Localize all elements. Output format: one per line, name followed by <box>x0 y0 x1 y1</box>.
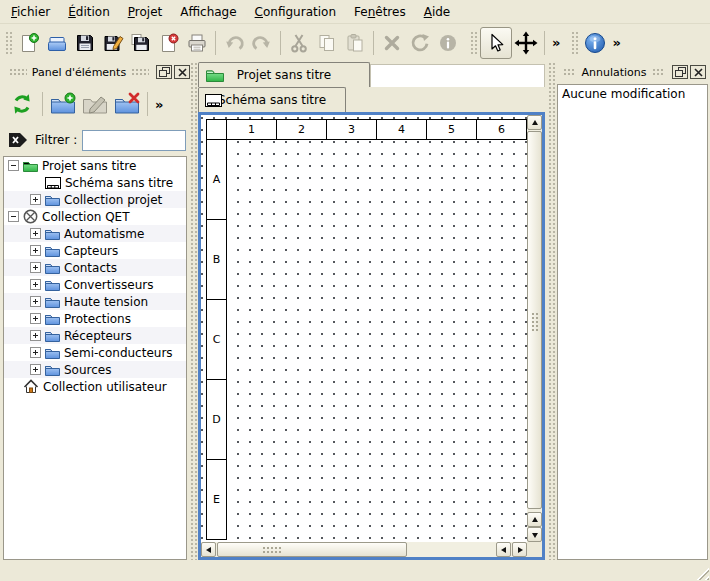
splitter-handle[interactable] <box>190 62 197 560</box>
open-file-button[interactable] <box>43 29 71 57</box>
collapse-icon[interactable] <box>8 211 19 222</box>
scroll-up-button[interactable] <box>527 512 542 527</box>
tree-item-label: Collection utilisateur <box>43 380 167 394</box>
tree-item-collection-qet[interactable]: Collection QET <box>4 208 186 225</box>
expand-icon[interactable] <box>30 194 41 205</box>
menu-fenetres[interactable]: Fenêtres <box>345 2 415 22</box>
redo-button[interactable] <box>248 29 276 57</box>
tree-item-capteurs[interactable]: Capteurs <box>4 242 186 259</box>
toolbar-drag-handle[interactable] <box>5 31 12 55</box>
properties-button[interactable] <box>434 29 462 57</box>
menu-affichage[interactable]: Affichage <box>171 2 245 22</box>
tree-item-label: Collection QET <box>42 210 130 224</box>
schema-column-headers: 1 2 3 4 5 6 <box>226 119 527 140</box>
expand-icon[interactable] <box>30 245 41 256</box>
thumb-grip <box>531 312 539 332</box>
splitter-handle[interactable] <box>548 62 555 560</box>
menu-fichier[interactable]: Fichier <box>2 2 59 22</box>
clear-filter-button[interactable] <box>8 132 28 148</box>
undo-button[interactable] <box>220 29 248 57</box>
panel-toolbar-overflow-button[interactable]: » <box>152 97 166 112</box>
home-icon <box>23 379 39 394</box>
collapse-icon[interactable] <box>8 160 19 171</box>
horizontal-scrollbar[interactable] <box>201 542 527 557</box>
edit-category-button[interactable] <box>79 88 111 120</box>
tree-item-recepteurs[interactable]: Récepteurs <box>4 327 186 344</box>
menu-configuration[interactable]: Configuration <box>246 2 345 22</box>
green-folder-icon <box>206 68 224 82</box>
close-icon <box>178 68 187 77</box>
delete-category-button[interactable] <box>111 88 143 120</box>
scroll-up-button[interactable] <box>527 115 542 130</box>
tab-projet-sans-titre[interactable]: Projet sans titre <box>198 62 370 87</box>
about-button[interactable] <box>581 29 609 57</box>
toolbar-drag-handle[interactable] <box>470 31 477 55</box>
expand-icon[interactable] <box>30 279 41 290</box>
float-icon <box>159 67 170 77</box>
save-all-button[interactable] <box>127 29 155 57</box>
tree-item-automatisme[interactable]: Automatisme <box>4 225 186 242</box>
scroll-left-button[interactable] <box>201 542 216 557</box>
expand-icon[interactable] <box>30 330 41 341</box>
up-arrow-icon <box>532 514 538 522</box>
tree-item-convertisseurs[interactable]: Convertisseurs <box>4 276 186 293</box>
save-as-button[interactable] <box>99 29 127 57</box>
column-header: 3 <box>326 119 377 140</box>
undo-list-item[interactable]: Aucune modification <box>558 85 707 103</box>
float-panel-button[interactable] <box>672 65 688 79</box>
tree-item-label: Capteurs <box>64 244 118 258</box>
filter-input[interactable] <box>82 130 186 151</box>
toolbar-overflow-button[interactable]: » <box>609 35 623 50</box>
close-file-button[interactable] <box>155 29 183 57</box>
tree-item-collection-utilisateur[interactable]: Collection utilisateur <box>4 378 186 395</box>
menu-edition[interactable]: Édition <box>59 2 119 22</box>
schema-canvas[interactable]: 1 2 3 4 5 6 A B C D E <box>201 115 527 542</box>
tree-item-semi-conducteurs[interactable]: Semi-conducteurs <box>4 344 186 361</box>
toolbar-overflow-button[interactable]: » <box>549 35 563 50</box>
tab-schema-sans-titre[interactable]: Schéma sans titre <box>198 87 346 112</box>
tree-item-projet[interactable]: Projet sans titre <box>4 157 186 174</box>
float-panel-button[interactable] <box>156 65 172 79</box>
scroll-down-button[interactable] <box>527 527 542 542</box>
pan-mode-button[interactable] <box>512 29 540 57</box>
menu-label: C <box>255 5 263 19</box>
tree-item-collection-projet[interactable]: Collection projet <box>4 191 186 208</box>
undo-history-list[interactable]: Aucune modification <box>557 84 708 560</box>
menu-projet[interactable]: Projet <box>119 2 171 22</box>
scroll-left-button[interactable] <box>496 542 511 557</box>
reload-collections-button[interactable] <box>6 88 38 120</box>
expand-icon[interactable] <box>30 347 41 358</box>
new-category-button[interactable] <box>47 88 79 120</box>
cut-button[interactable] <box>285 29 313 57</box>
menu-aide[interactable]: Aide <box>415 2 460 22</box>
save-button[interactable] <box>71 29 99 57</box>
print-button[interactable] <box>183 29 211 57</box>
schema-frame-corner <box>206 119 227 140</box>
select-mode-button[interactable] <box>480 27 512 59</box>
tree-item-schema[interactable]: Schéma sans titre <box>4 174 186 191</box>
new-file-button[interactable] <box>15 29 43 57</box>
tree-item-haute-tension[interactable]: Haute tension <box>4 293 186 310</box>
vertical-scrollbar[interactable] <box>527 115 542 542</box>
vertical-scroll-thumb[interactable] <box>527 131 542 509</box>
expand-icon[interactable] <box>30 364 41 375</box>
paste-button[interactable] <box>341 29 369 57</box>
tree-item-protections[interactable]: Protections <box>4 310 186 327</box>
undo-panel-titlebar[interactable]: Annulations <box>558 62 706 82</box>
expand-icon[interactable] <box>30 313 41 324</box>
resize-grip[interactable] <box>695 566 709 580</box>
close-panel-button[interactable] <box>690 65 706 79</box>
delete-button[interactable] <box>378 29 406 57</box>
scroll-right-button[interactable] <box>512 542 527 557</box>
expand-icon[interactable] <box>30 228 41 239</box>
element-panel-titlebar[interactable]: Panel d'éléments <box>4 62 190 82</box>
toolbar-drag-handle[interactable] <box>571 31 578 55</box>
copy-button[interactable] <box>313 29 341 57</box>
expand-icon[interactable] <box>30 296 41 307</box>
tree-item-contacts[interactable]: Contacts <box>4 259 186 276</box>
tree-item-sources[interactable]: Sources <box>4 361 186 378</box>
rotate-button[interactable] <box>406 29 434 57</box>
close-panel-button[interactable] <box>174 65 190 79</box>
horizontal-scroll-thumb[interactable] <box>217 542 407 557</box>
expand-icon[interactable] <box>30 262 41 273</box>
